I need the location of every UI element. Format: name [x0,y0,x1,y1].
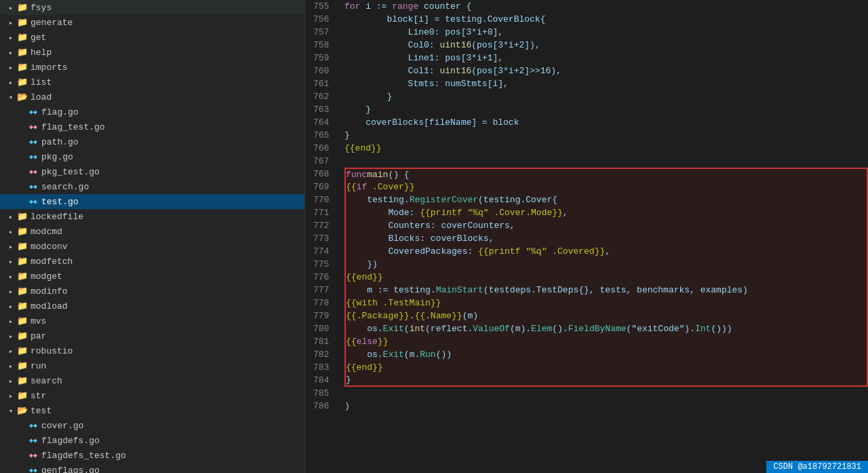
line-number: 755 [313,0,334,13]
sidebar-item-modcmd[interactable]: ▸📁modcmd [0,224,304,239]
line-number: 758 [313,39,334,52]
line-number: 780 [313,322,334,335]
code-line: block[i] = testing.CoverBlock{ [344,13,868,26]
arrow-right-icon: ▸ [5,392,16,400]
code-editor[interactable]: 7557567577587597607617627637647657667677… [305,0,868,473]
sidebar-item-par[interactable]: ▸📁par [0,328,304,343]
line-number: 772 [313,219,334,232]
sidebar-item-genflags.go[interactable]: ◆◆genflags.go [0,463,304,473]
arrow-right-icon: ▸ [5,33,16,42]
sidebar-item-search.go[interactable]: ◆◆search.go [0,179,304,194]
sidebar-item-list[interactable]: ▸📁list [0,75,304,90]
sidebar-item-flag.go[interactable]: ◆◆flag.go [0,105,304,119]
code-line [344,155,868,168]
sidebar-item-label: pkg.go [41,152,304,162]
go-file-icon: ◆◆ [27,138,39,146]
sidebar-item-label: run [31,361,304,371]
sidebar-item-modfetch[interactable]: ▸📁modfetch [0,254,304,269]
sidebar-item-generate[interactable]: ▸📁generate [0,15,304,30]
sidebar-item-run[interactable]: ▸📁run [0,358,304,373]
sidebar-item-pkg.go[interactable]: ◆◆pkg.go [0,149,304,164]
folder-icon: 📁 [16,2,28,13]
line-number: 767 [313,155,334,168]
sidebar-item-modget[interactable]: ▸📁modget [0,269,304,284]
sidebar-item-label: cover.go [41,421,304,431]
line-number: 766 [313,142,334,155]
line-number: 768 [313,168,334,181]
code-line: os.Exit(int(reflect.ValueOf(m).Elem().Fi… [344,322,868,335]
arrow-right-icon: ▸ [5,212,16,221]
sidebar-item-label: path.go [41,137,304,147]
code-line: } [344,129,868,142]
go-file-icon: ◆◆ [27,153,39,161]
code-line: Stmts: numStmts[i], [344,77,868,90]
sidebar-item-label: modcmd [31,227,304,237]
sidebar-item-cover.go[interactable]: ◆◆cover.go [0,418,304,433]
line-number: 759 [313,52,334,64]
sidebar-item-mvs[interactable]: ▸📁mvs [0,314,304,328]
sidebar-item-label: test.go [41,197,304,207]
arrow-right-icon: ▸ [5,302,16,311]
folder-icon: 📁 [16,390,28,401]
sidebar-item-lockedfile[interactable]: ▸📁lockedfile [0,209,304,224]
arrow-right-icon: ▸ [5,48,16,57]
sidebar-item-modconv[interactable]: ▸📁modconv [0,239,304,254]
sidebar-item-label: flagdefs.go [41,436,304,446]
sidebar-item-label: par [31,331,304,341]
sidebar-item-test[interactable]: ▾📂test [0,403,304,418]
sidebar-item-flag_test.go[interactable]: ◆◆flag_test.go [0,119,304,134]
arrow-right-icon: ▸ [5,242,16,251]
code-line: {{end}} [344,271,868,284]
line-numbers: 7557567577587597607617627637647657667677… [305,0,339,473]
code-line: Counters: coverCounters, [344,219,868,232]
sidebar-item-modinfo[interactable]: ▸📁modinfo [0,284,304,299]
line-number: 782 [313,348,334,361]
sidebar-item-label: pkg_test.go [41,167,304,177]
folder-icon: 📁 [16,62,28,73]
code-line: {{end}} [344,142,868,155]
sidebar-item-flagdefs.go[interactable]: ◆◆flagdefs.go [0,433,304,448]
sidebar-item-help[interactable]: ▸📁help [0,45,304,60]
sidebar-item-label: list [31,77,304,88]
sidebar-item-fsys[interactable]: ▸📁fsys [0,0,304,15]
sidebar-item-flagdefs_test.go[interactable]: ◆◆flagdefs_test.go [0,448,304,463]
sidebar-item-label: flag_test.go [41,122,304,132]
folder-icon: 📁 [16,360,28,371]
sidebar-item-str[interactable]: ▸📁str [0,388,304,403]
sidebar-item-search[interactable]: ▸📁search [0,373,304,388]
go-test-icon: ◆◆ [27,451,39,459]
arrow-right-icon: ▸ [5,227,16,236]
sidebar-item-get[interactable]: ▸📁get [0,30,304,45]
code-line: Blocks: coverBlocks, [344,232,868,245]
sidebar-item-load[interactable]: ▾📂load [0,90,304,105]
code-line: coverBlocks[fileName] = block [344,116,868,129]
sidebar-item-robustio[interactable]: ▸📁robustio [0,343,304,358]
code-line: os.Exit(m.Run()) [344,348,868,361]
code-line: } [344,90,868,103]
code-line: Col1: uint16(pos[3*i+2]>>16), [344,64,868,77]
line-number: 769 [313,181,334,193]
line-number: 777 [313,284,334,297]
sidebar-item-test.go[interactable]: ◆◆test.go [0,194,304,209]
sidebar-item-modload[interactable]: ▸📁modload [0,299,304,314]
sidebar-item-label: modfetch [31,257,304,267]
sidebar-item-imports[interactable]: ▸📁imports [0,60,304,75]
go-file-icon: ◆◆ [27,197,39,206]
go-file-icon: ◆◆ [27,436,39,444]
line-number: 756 [313,13,334,26]
code-line: {{if .Cover}} [344,181,868,193]
arrow-right-icon: ▸ [5,377,16,385]
arrow-right-icon: ▸ [5,362,16,371]
code-line: CoveredPackages: {{printf "%q" .Covered}… [344,245,868,258]
arrow-right-icon: ▸ [5,287,16,296]
sidebar-item-label: flag.go [41,107,304,117]
code-line: Line0: pos[3*i+0], [344,26,868,39]
sidebar-item-path.go[interactable]: ◆◆path.go [0,134,304,149]
sidebar-item-label: flagdefs_test.go [41,451,304,461]
arrow-right-icon: ▸ [5,347,16,356]
line-number: 781 [313,335,334,348]
folder-icon: 📁 [16,345,28,356]
sidebar-item-pkg_test.go[interactable]: ◆◆pkg_test.go [0,164,304,179]
folder-open-icon: 📂 [16,92,28,102]
file-tree[interactable]: ▸📁fsys▸📁generate▸📁get▸📁help▸📁imports▸📁li… [0,0,305,473]
